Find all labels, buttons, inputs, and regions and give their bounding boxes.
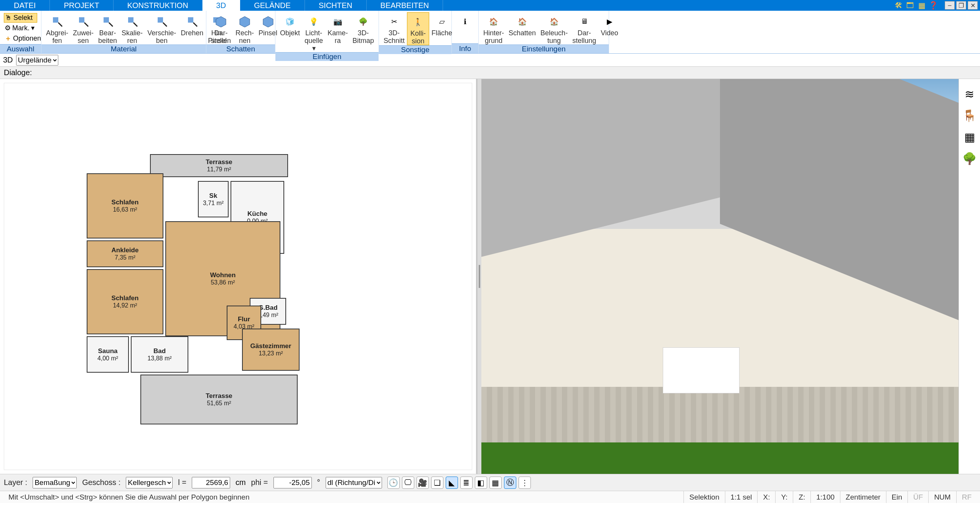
- button-label: Drehen: [181, 29, 203, 37]
- video-button[interactable]: ▶Video: [598, 12, 621, 37]
- bearbeiten-button[interactable]: Bear-beiten: [96, 12, 119, 44]
- optionen-button[interactable]: ＋Optionen: [4, 33, 37, 43]
- tool-icon: 🧊: [282, 14, 298, 29]
- 3d-view[interactable]: [481, 79, 959, 474]
- dschnitt-button[interactable]: ✂3D-Schnitt: [381, 12, 407, 44]
- beleuchtung-button[interactable]: 🏠Beleuch-tung: [538, 12, 570, 44]
- length-input[interactable]: [192, 477, 230, 488]
- wireframe-icon[interactable]: ◧: [475, 477, 487, 489]
- menu-projekt[interactable]: PROJEKT: [50, 0, 113, 11]
- drehen-button[interactable]: Drehen: [178, 12, 206, 37]
- menu-bearbeiten[interactable]: BEARBEITEN: [367, 0, 443, 11]
- skalieren-button[interactable]: Skalie-ren: [119, 12, 145, 44]
- layer-select[interactable]: Bemaßung: [33, 477, 77, 488]
- 3d-canvas[interactable]: [481, 79, 959, 474]
- flche-button[interactable]: ▱Fläche: [429, 12, 455, 37]
- maximize-button[interactable]: ❐: [956, 1, 966, 10]
- tool-icon: 🚶: [410, 14, 427, 30]
- rechnen-button[interactable]: Rech-nen: [233, 12, 256, 44]
- camera-icon[interactable]: 🎥: [417, 477, 429, 489]
- tool-icon: [49, 14, 66, 29]
- selekt-button[interactable]: 🖱Selekt: [4, 13, 37, 23]
- svg-line-3: [84, 23, 88, 26]
- info-button[interactable]: ℹ: [454, 12, 476, 29]
- tool-icon: 📷: [329, 14, 346, 29]
- tool-icon: ✂: [386, 14, 403, 29]
- verschieben-button[interactable]: Verschie-ben: [145, 12, 178, 44]
- more-icon[interactable]: ⋮: [519, 477, 531, 489]
- schatten-button[interactable]: 🏠Schatten: [506, 12, 538, 37]
- close-button[interactable]: ✕: [968, 1, 978, 10]
- svg-rect-4: [104, 17, 109, 23]
- button-label: Objekt: [280, 29, 300, 37]
- window-icon[interactable]: 🗔: [906, 1, 915, 10]
- svg-line-5: [109, 23, 113, 26]
- status-uf: ÜF: [908, 491, 928, 503]
- group-title: Schatten: [206, 44, 275, 53]
- objekt-button[interactable]: 🧊Objekt: [278, 12, 302, 37]
- layers2-icon[interactable]: ≣: [460, 477, 473, 489]
- plan-view[interactable]: Terrasse11,79 m² Schlafen16,63 m² Sk3,71…: [0, 79, 478, 474]
- button-label: Skalie-ren: [122, 29, 143, 44]
- dialoge-label: Dialoge:: [4, 68, 32, 77]
- kamera-button[interactable]: 📷Kame-ra: [325, 12, 350, 44]
- group-sonstige: ✂3D-Schnitt🚶Kolli-sion▱Fläche Sonstige: [379, 11, 452, 53]
- menu-3d[interactable]: 3D: [203, 0, 240, 11]
- phi-input[interactable]: [273, 477, 312, 488]
- window-controls: – ❐ ✕: [942, 0, 980, 11]
- status-ein: Ein: [886, 491, 908, 503]
- zuweisen-button[interactable]: Zuwei-sen: [71, 12, 96, 44]
- hintergrund-button[interactable]: 🏠Hinter-grund: [481, 12, 506, 44]
- tool-icon: 🏠: [485, 14, 502, 29]
- tool-icon[interactable]: 🛠: [894, 1, 903, 10]
- tool-icon: ▶: [601, 14, 618, 29]
- mode-select[interactable]: dl (Richtung/Di: [326, 477, 382, 488]
- kollision-button[interactable]: 🚶Kolli-sion: [407, 12, 429, 45]
- terrain-select[interactable]: Urgelände: [16, 55, 58, 66]
- workspace: Terrasse11,79 m² Schlafen16,63 m² Sk3,71…: [0, 79, 980, 474]
- layout-icon[interactable]: ▦: [917, 1, 926, 10]
- grid-icon[interactable]: ▦: [489, 477, 502, 489]
- tree-icon[interactable]: 🌳: [962, 151, 977, 166]
- furniture-icon[interactable]: 🪑: [962, 108, 977, 123]
- title-tool-icons: 🛠 🗔 ▦ ❓: [894, 0, 942, 11]
- darstellen-button[interactable]: Dar-stellen: [209, 12, 233, 44]
- svg-rect-6: [128, 17, 133, 23]
- plan-canvas[interactable]: Terrasse11,79 m² Schlafen16,63 m² Sk3,71…: [4, 83, 472, 470]
- layers-icon[interactable]: ≋: [962, 87, 977, 101]
- lichtquelle-button[interactable]: 💡Licht-quelle ▾: [302, 12, 325, 52]
- length-label: l =: [178, 478, 186, 487]
- stack-icon[interactable]: ❏: [431, 477, 443, 489]
- mark-button[interactable]: ⚙Mark.▾: [4, 23, 37, 33]
- menu-konstruktion[interactable]: KONSTRUKTION: [114, 0, 203, 11]
- clock-icon[interactable]: 🕒: [387, 477, 400, 489]
- geschoss-label: Geschoss :: [82, 478, 120, 487]
- minimize-button[interactable]: –: [945, 1, 955, 10]
- group-einfuegen: 🧊Objekt💡Licht-quelle ▾📷Kame-ra🌳3D-Bitmap…: [275, 11, 379, 53]
- main-menu: DATEI PROJEKT KONSTRUKTION 3D GELÄNDE SI…: [0, 0, 980, 11]
- palette-icon[interactable]: ▦: [962, 130, 977, 144]
- tool-icon: [236, 14, 253, 29]
- menu-datei[interactable]: DATEI: [0, 0, 50, 11]
- north-icon[interactable]: Ⓝ: [504, 477, 516, 489]
- svg-marker-16: [263, 16, 273, 27]
- status-num: NUM: [928, 491, 956, 503]
- phi-label: phi =: [251, 478, 268, 487]
- side-toolbar: ≋ 🪑 ▦ 🌳: [959, 79, 980, 474]
- help-icon[interactable]: ❓: [929, 1, 938, 10]
- button-label: Licht-quelle ▾: [305, 29, 323, 52]
- menu-gelaende[interactable]: GELÄNDE: [240, 0, 305, 11]
- screen-icon[interactable]: 🖵: [402, 477, 414, 489]
- view-splitter[interactable]: [478, 79, 481, 474]
- abgreifen-button[interactable]: Abgrei-fen: [44, 12, 71, 44]
- view-info-bar: 3D Urgelände: [0, 54, 980, 67]
- darstellung-button[interactable]: 🖥Dar-stellung: [570, 12, 598, 44]
- group-title: Auswahl: [0, 44, 41, 53]
- tool-icon: 🏠: [514, 14, 531, 29]
- geschoss-select[interactable]: Kellergesch: [126, 477, 173, 488]
- dbitmap-button[interactable]: 🌳3D-Bitmap: [350, 12, 376, 44]
- button-label: Zuwei-sen: [73, 29, 94, 44]
- shade-icon[interactable]: ◣: [446, 477, 458, 489]
- menu-sichten[interactable]: SICHTEN: [305, 0, 367, 11]
- button-label: 3D-Schnitt: [384, 29, 405, 44]
